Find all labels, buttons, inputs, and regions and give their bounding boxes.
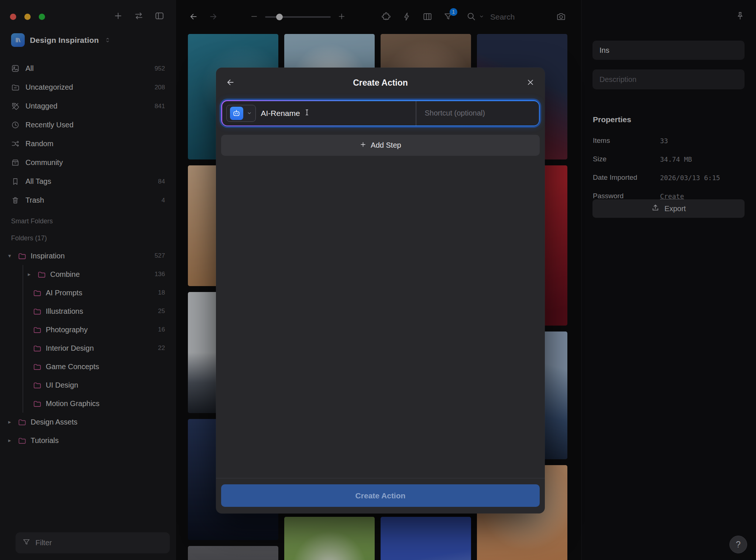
robot-icon [230, 107, 243, 120]
add-step-button[interactable]: Add Step [221, 135, 540, 156]
action-name-row: AI-Rename Shortcut (optional) [221, 100, 540, 126]
modal-back-button[interactable] [226, 78, 240, 88]
add-step-label: Add Step [371, 141, 401, 150]
action-icon-select[interactable] [226, 105, 256, 122]
action-name-input[interactable]: AI-Rename [256, 101, 416, 126]
action-name-value: AI-Rename [261, 109, 300, 118]
back-arrow-icon [226, 78, 235, 88]
modal-title: Create Action [240, 78, 520, 88]
close-icon [526, 78, 535, 88]
modal-close-button[interactable] [520, 78, 535, 88]
modal-header: Create Action [216, 68, 545, 98]
modal-footer: Create Action [216, 478, 545, 513]
plus-icon [360, 141, 367, 150]
create-action-button[interactable]: Create Action [221, 484, 540, 507]
question-icon: ? [736, 540, 741, 550]
create-action-modal: Create Action AI-Rename Shortcut (option… [216, 68, 545, 513]
modal-body [216, 156, 545, 478]
shortcut-input[interactable]: Shortcut (optional) [416, 101, 539, 126]
chevron-down-icon [247, 110, 252, 116]
help-button[interactable]: ? [729, 536, 747, 553]
text-cursor-icon [303, 108, 311, 118]
